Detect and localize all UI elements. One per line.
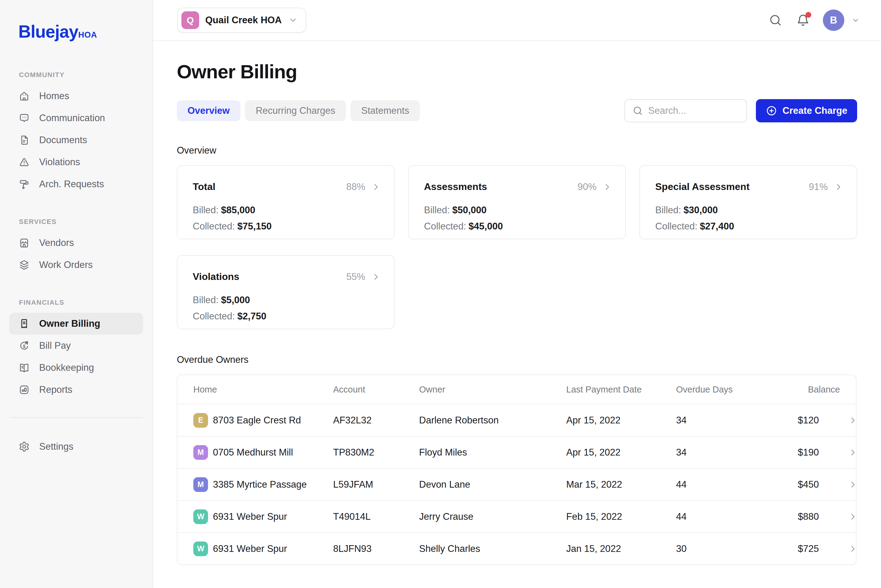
org-initial: Q xyxy=(187,15,194,26)
column-header-balance: Balance xyxy=(798,384,840,394)
billed-label: Billed: xyxy=(655,205,681,215)
chevron-right-icon[interactable] xyxy=(602,182,612,192)
sidebar-item-label: Communication xyxy=(39,112,105,124)
sidebar-item-documents[interactable]: Documents xyxy=(9,129,143,151)
plus-circle-icon xyxy=(766,105,777,117)
org-name: Quail Creek HOA xyxy=(205,15,282,26)
sidebar-item-communication[interactable]: Communication xyxy=(9,107,143,129)
table-row[interactable]: E 8703 Eagle Crest Rd AF32L32 Darlene Ro… xyxy=(177,404,856,436)
search-input[interactable] xyxy=(648,105,739,116)
collected-value: $45,000 xyxy=(469,221,503,232)
collected-label: Collected: xyxy=(655,221,697,232)
app-window: BluejayHOA COMMUNITY Homes Communication… xyxy=(0,0,881,588)
sidebar-item-owner-billing[interactable]: Owner Billing xyxy=(9,313,143,335)
collected-value: $27,400 xyxy=(700,221,734,232)
warning-triangle-icon xyxy=(18,156,30,168)
home-address: 6931 Weber Spur xyxy=(213,511,287,522)
sidebar-item-bookkeeping[interactable]: Bookkeeping xyxy=(9,357,143,379)
home-avatar: M xyxy=(193,477,208,492)
sidebar-item-label: Bookkeeping xyxy=(39,362,94,373)
sidebar-item-settings[interactable]: Settings xyxy=(9,436,143,458)
account-code: TP830M2 xyxy=(333,447,419,458)
owner-name: Darlene Robertson xyxy=(419,415,566,426)
card-percent: 91% xyxy=(809,182,828,192)
sidebar-item-label: Work Orders xyxy=(39,260,93,270)
collected-label: Collected: xyxy=(193,221,235,232)
collected-label: Collected: xyxy=(193,311,235,321)
table-row[interactable]: M 0705 Medhurst Mill TP830M2 Floyd Miles… xyxy=(177,436,856,468)
sidebar-divider xyxy=(10,417,142,418)
table-row[interactable]: W 6931 Weber Spur 8LJFN93 Shelly Charles… xyxy=(177,532,856,564)
chevron-right-icon[interactable] xyxy=(834,182,843,192)
tab-statements[interactable]: Statements xyxy=(351,100,420,121)
overview-heading: Overview xyxy=(177,145,857,156)
card-title: Assessments xyxy=(424,181,487,192)
chevron-down-icon xyxy=(851,16,860,25)
balance-value: $190 xyxy=(798,447,819,458)
card-assessments[interactable]: Assessments 90% Billed:$50,000 Collected… xyxy=(408,165,626,239)
chevron-right-icon[interactable] xyxy=(848,416,857,425)
sidebar-item-homes[interactable]: Homes xyxy=(9,85,143,107)
tab-recurring-charges[interactable]: Recurring Charges xyxy=(245,100,346,121)
page-content: Owner Billing Overview Recurring Charges… xyxy=(153,41,881,565)
topbar-actions: B xyxy=(769,9,860,31)
document-icon xyxy=(18,134,30,146)
notifications-bell-icon[interactable] xyxy=(796,13,810,27)
tab-overview[interactable]: Overview xyxy=(177,100,240,121)
account-code: AF32L32 xyxy=(333,415,419,426)
overview-cards: Total 88% Billed:$85,000 Collected:$75,1… xyxy=(177,165,857,329)
table-row[interactable]: M 3385 Myrtice Passage L59JFAM Devon Lan… xyxy=(177,468,856,500)
page-title: Owner Billing xyxy=(177,61,857,82)
last-payment-date: Apr 15, 2022 xyxy=(566,415,676,426)
sidebar-item-label: Arch. Requests xyxy=(39,178,104,190)
chevron-down-icon xyxy=(288,16,298,25)
notification-dot xyxy=(805,12,811,18)
chevron-right-icon[interactable] xyxy=(848,448,857,457)
storefront-icon xyxy=(18,237,30,249)
chevron-right-icon[interactable] xyxy=(848,544,857,554)
chevron-right-icon[interactable] xyxy=(372,272,381,282)
create-charge-button[interactable]: Create Charge xyxy=(756,99,857,122)
home-icon xyxy=(18,90,30,102)
search-field xyxy=(624,99,747,122)
overdue-days: 30 xyxy=(676,543,798,554)
balance-value: $725 xyxy=(798,543,819,554)
app-logo[interactable]: BluejayHOA xyxy=(9,21,143,42)
chevron-right-icon[interactable] xyxy=(848,512,857,521)
table-row[interactable]: W 6931 Weber Spur T49014L Jerry Crause F… xyxy=(177,500,856,532)
receipt-icon xyxy=(18,318,30,330)
billed-label: Billed: xyxy=(424,205,449,215)
billed-value: $85,000 xyxy=(221,205,255,215)
account-code: 8LJFN93 xyxy=(333,543,419,554)
search-icon[interactable] xyxy=(769,13,782,27)
chevron-right-icon[interactable] xyxy=(848,480,857,489)
user-initial: B xyxy=(830,14,837,26)
sidebar-item-label: Settings xyxy=(39,441,73,452)
chevron-right-icon[interactable] xyxy=(372,182,381,192)
user-menu[interactable]: B xyxy=(823,9,860,31)
sidebar-item-vendors[interactable]: Vendors xyxy=(9,232,143,254)
card-title: Total xyxy=(193,181,215,192)
search-icon xyxy=(632,105,643,116)
org-avatar: Q xyxy=(181,11,199,29)
owner-name: Devon Lane xyxy=(419,479,566,490)
bar-chart-icon xyxy=(18,384,30,396)
sidebar-item-bill-pay[interactable]: $ Bill Pay xyxy=(9,335,143,357)
org-switcher[interactable]: Q Quail Creek HOA xyxy=(177,8,306,33)
balance-value: $450 xyxy=(798,479,819,490)
home-avatar-initial: W xyxy=(197,512,204,521)
card-total[interactable]: Total 88% Billed:$85,000 Collected:$75,1… xyxy=(177,165,395,239)
sidebar-item-arch-requests[interactable]: Arch. Requests xyxy=(9,173,143,195)
sidebar-item-work-orders[interactable]: Work Orders xyxy=(9,254,143,276)
card-violations[interactable]: Violations 55% Billed:$5,000 Collected:$… xyxy=(177,255,395,329)
sidebar-item-reports[interactable]: Reports xyxy=(9,379,143,401)
sidebar-item-label: Violations xyxy=(39,157,80,168)
card-special-assessment[interactable]: Special Assessment 91% Billed:$30,000 Co… xyxy=(639,165,857,239)
last-payment-date: Mar 15, 2022 xyxy=(566,479,676,490)
main-area: Q Quail Creek HOA B xyxy=(153,0,881,588)
sidebar-section-community: COMMUNITY xyxy=(9,71,143,79)
sidebar-item-violations[interactable]: Violations xyxy=(9,151,143,173)
home-avatar-initial: E xyxy=(198,416,204,424)
toolbar: Overview Recurring Charges Statements xyxy=(177,99,857,122)
sidebar-item-label: Bill Pay xyxy=(39,340,70,351)
